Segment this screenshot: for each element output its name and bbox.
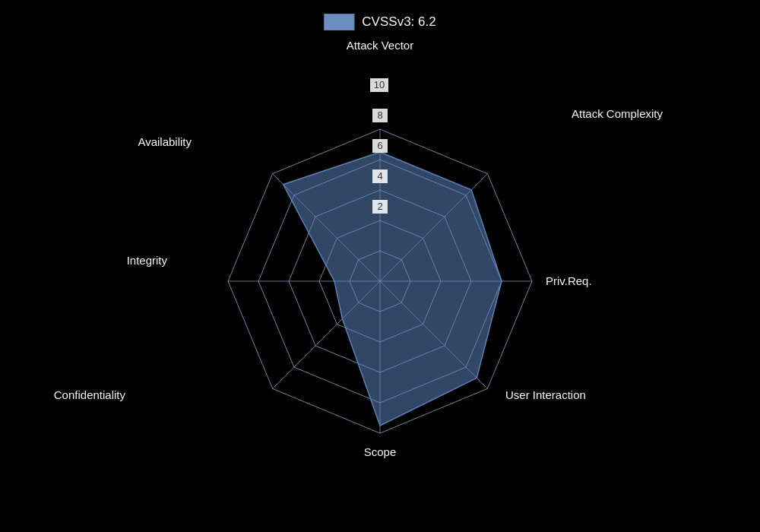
- label-scope: Scope: [364, 445, 397, 458]
- label-attack-complexity: Attack Complexity: [572, 107, 663, 120]
- chart-legend: CVSSv3: 6.2: [324, 14, 435, 30]
- label-integrity: Integrity: [127, 254, 168, 267]
- label-user-interaction: User Interaction: [505, 388, 586, 401]
- label-priv-req: Priv.Req.: [546, 274, 592, 287]
- label-availability: Availability: [138, 135, 192, 148]
- label-attack-vector: Attack Vector: [347, 39, 413, 52]
- chart-container: .axis-label { font-size: 15px; fill: #ff…: [0, 0, 760, 532]
- scale-label-2: 2: [377, 201, 382, 212]
- scale-label-8: 8: [377, 109, 382, 121]
- label-confidentiality: Confidentiality: [54, 388, 126, 401]
- legend-label: CVSSv3: 6.2: [362, 14, 435, 30]
- data-polygon: [283, 152, 502, 426]
- scale-label-6: 6: [377, 140, 382, 151]
- radar-chart: .axis-label { font-size: 15px; fill: #ff…: [0, 0, 760, 532]
- legend-color-box: [324, 14, 354, 30]
- scale-label-10: 10: [374, 79, 385, 90]
- scale-label-4: 4: [377, 170, 382, 182]
